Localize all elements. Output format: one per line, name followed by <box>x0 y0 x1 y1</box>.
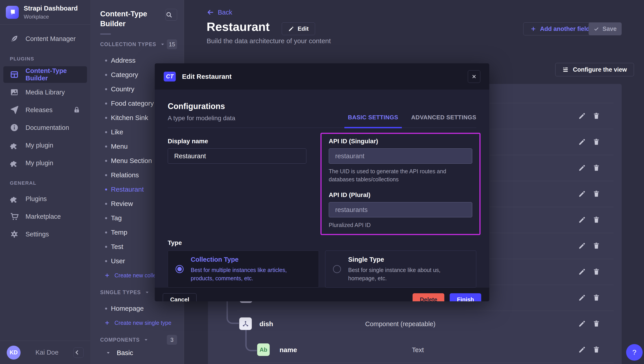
row-actions <box>578 294 600 302</box>
row-actions <box>578 138 600 146</box>
trash-icon[interactable] <box>592 242 600 250</box>
pencil-icon[interactable] <box>578 320 586 327</box>
collection-types-header[interactable]: COLLECTION TYPES 15 <box>90 39 184 50</box>
single-types-list: Homepage <box>90 301 184 316</box>
api-id-plural-input[interactable]: restaurants <box>329 202 472 217</box>
row-divider <box>237 311 614 311</box>
chevron-down-icon <box>144 290 150 295</box>
option-title: Collection Type <box>191 256 311 263</box>
delete-button[interactable]: Delete <box>412 293 444 301</box>
pencil-icon[interactable] <box>578 112 586 120</box>
row-actions <box>578 216 600 224</box>
bullet-icon <box>105 232 107 234</box>
row-actions <box>578 190 600 198</box>
sidebar-item-label: Documentation <box>26 124 69 131</box>
sidebar-item-label: My plugin <box>26 142 53 149</box>
list-item-label: Temp <box>111 229 127 236</box>
title-underline <box>100 34 111 35</box>
modal-title: Edit Restaurant <box>182 73 232 80</box>
pencil-icon[interactable] <box>578 346 586 353</box>
tab-advanced-settings[interactable]: ADVANCED SETTINGS <box>411 114 476 121</box>
sidebar-item-content-manager[interactable]: Content Manager <box>3 31 87 47</box>
component-group-basic[interactable]: Basic <box>90 346 184 360</box>
sidebar-item-label: Settings <box>26 231 49 238</box>
sidebar-item-label: Plugins <box>26 195 47 203</box>
trash-icon[interactable] <box>592 164 600 172</box>
pencil-icon[interactable] <box>578 190 586 198</box>
edit-button[interactable]: Edit <box>282 22 315 35</box>
display-name-input[interactable]: Restaurant <box>168 148 306 164</box>
plus-icon <box>530 26 536 32</box>
trash-icon[interactable] <box>592 346 600 353</box>
add-another-field-button[interactable]: Add another field <box>523 22 596 35</box>
sidebar-item-my-plugin[interactable]: My plugin <box>3 137 87 153</box>
row-actions <box>578 112 600 120</box>
sidebar-item-plugins[interactable]: Plugins <box>3 191 87 207</box>
components-header[interactable]: COMPONENTS 3 <box>90 334 184 346</box>
sidebar-item-my-plugin[interactable]: My plugin <box>3 155 87 171</box>
create-single-type-link[interactable]: Create new single type <box>90 316 184 330</box>
sidebar-item-settings[interactable]: Settings <box>3 226 87 242</box>
list-item-label: Address <box>111 57 136 64</box>
trash-icon[interactable] <box>592 268 600 276</box>
sidebar-item-media-library[interactable]: Media Library <box>3 84 87 101</box>
configure-view-button[interactable]: Configure the view <box>555 63 634 76</box>
sidebar-item-releases[interactable]: Releases <box>3 102 87 118</box>
components-count-badge: 3 <box>167 335 177 345</box>
close-modal-button[interactable] <box>468 70 480 83</box>
tab-basic-settings[interactable]: BASIC SETTINGS <box>348 114 398 121</box>
api-id-singular-input[interactable]: restaurant <box>329 148 472 164</box>
pencil-icon[interactable] <box>578 164 586 172</box>
pencil-icon[interactable] <box>578 242 586 250</box>
back-label: Back <box>218 9 232 16</box>
list-item-label: Relations <box>111 171 139 179</box>
collection-type-option[interactable]: Collection Type Best for multiple instan… <box>168 251 319 288</box>
search-button[interactable] <box>166 9 177 21</box>
save-button[interactable]: Save <box>588 22 622 35</box>
display-name-label: Display name <box>168 138 319 145</box>
api-id-plural-hint: Pluralized API ID <box>329 221 467 229</box>
plus-icon <box>104 272 110 278</box>
trash-icon[interactable] <box>592 216 600 224</box>
search-icon <box>166 12 177 18</box>
field-name: name <box>280 346 297 354</box>
pencil-icon[interactable] <box>578 268 586 276</box>
radio-unselected-icon[interactable] <box>333 265 341 273</box>
workspace-brand[interactable]: Strapi Dashboard Workplace <box>0 0 90 25</box>
sidebar-item-marketplace[interactable]: Marketplace <box>3 208 87 225</box>
avatar[interactable]: KD <box>7 346 20 359</box>
pencil-icon[interactable] <box>578 138 586 146</box>
modal-header: CT Edit Restaurant <box>155 63 489 90</box>
cart-icon <box>10 212 19 221</box>
single-type-item-homepage[interactable]: Homepage <box>90 301 184 316</box>
check-icon <box>594 26 599 32</box>
puzzle-icon <box>10 194 19 203</box>
user-bar: KD Kai Doe <box>0 341 90 364</box>
pencil-icon[interactable] <box>578 216 586 224</box>
help-button[interactable]: ? <box>626 344 643 361</box>
radio-selected-icon[interactable] <box>176 265 184 273</box>
sidebar-item-content-type-builder[interactable]: Content-Type Builder <box>3 66 87 83</box>
main-sidebar: Strapi Dashboard Workplace Content Manag… <box>0 0 90 364</box>
component-branch-icon <box>242 320 249 327</box>
sidebar-item-label: Content-Type Builder <box>26 67 80 82</box>
trash-icon[interactable] <box>592 190 600 198</box>
api-id-singular-hint: The UID is used to generate the API rout… <box>329 167 467 183</box>
single-type-option[interactable]: Single Type Best for single instance lik… <box>325 251 476 288</box>
trash-icon[interactable] <box>592 138 600 146</box>
trash-icon[interactable] <box>592 294 600 302</box>
sidebar-item-label: Media Library <box>26 89 65 96</box>
finish-button[interactable]: Finish <box>450 293 481 301</box>
sidebar-item-documentation[interactable]: Documentation <box>3 119 87 136</box>
pencil-icon[interactable] <box>578 294 586 302</box>
cancel-button[interactable]: Cancel <box>163 293 196 301</box>
collapse-sidebar-button[interactable] <box>73 347 84 358</box>
workspace-subtitle: Workplace <box>24 14 78 20</box>
chevron-down-icon <box>143 337 149 342</box>
trash-icon[interactable] <box>592 320 600 327</box>
component-field-chip <box>239 317 252 330</box>
back-link[interactable]: Back <box>206 9 232 16</box>
trash-icon[interactable] <box>592 112 600 120</box>
sidebar-item-label: Releases <box>26 106 52 114</box>
list-item-label: Homepage <box>111 305 144 312</box>
